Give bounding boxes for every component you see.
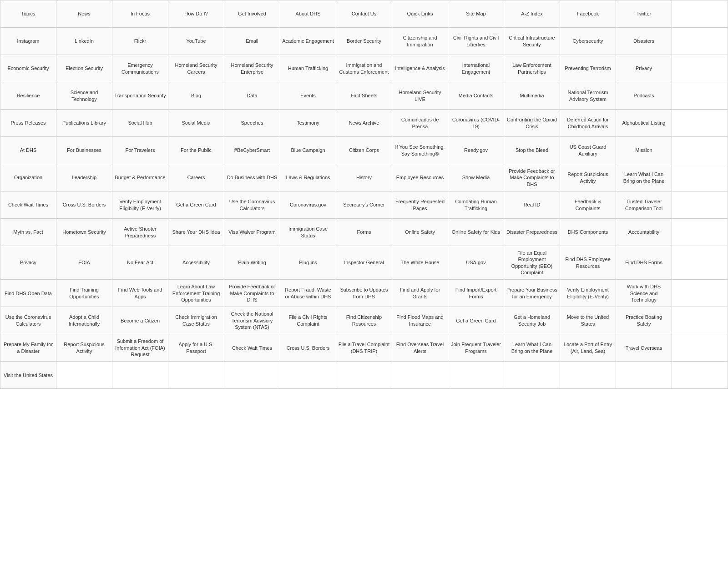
grid-cell[interactable]: Feedback & Complaints: [560, 191, 616, 219]
grid-cell[interactable]: Facebook: [560, 0, 616, 28]
grid-cell[interactable]: Testimony: [280, 110, 336, 137]
grid-cell[interactable]: Move to the United States: [560, 307, 616, 334]
grid-cell[interactable]: Find DHS Open Data: [0, 280, 56, 307]
grid-cell[interactable]: Use the Coronavirus Calculators: [224, 191, 280, 219]
grid-cell[interactable]: Comunicados de Prensa: [392, 110, 448, 137]
grid-cell[interactable]: Preventing Terrorism: [560, 55, 616, 82]
grid-cell[interactable]: Civil Rights and Civil Liberties: [448, 28, 504, 55]
grid-cell[interactable]: The White House: [392, 246, 448, 280]
grid-cell[interactable]: Get Involved: [224, 0, 280, 28]
grid-cell[interactable]: For Businesses: [56, 137, 112, 164]
grid-cell[interactable]: US Coast Guard Auxiliary: [560, 137, 616, 164]
grid-cell[interactable]: Intelligence & Analysis: [392, 55, 448, 82]
grid-cell[interactable]: Site Map: [448, 0, 504, 28]
grid-cell[interactable]: Topics: [0, 0, 56, 28]
grid-cell[interactable]: Fact Sheets: [336, 82, 392, 110]
grid-cell[interactable]: Prepare Your Business for an Emergency: [504, 280, 560, 307]
grid-cell[interactable]: Online Safety: [392, 219, 448, 246]
grid-cell[interactable]: Critical Infrastructure Security: [504, 28, 560, 55]
grid-cell[interactable]: Provide Feedback or Make Complaints to D…: [224, 280, 280, 307]
grid-cell[interactable]: Quick Links: [392, 0, 448, 28]
grid-cell[interactable]: Trusted Traveler Comparison Tool: [616, 191, 672, 219]
grid-cell[interactable]: Work with DHS Science and Technology: [616, 280, 672, 307]
grid-cell[interactable]: Data: [224, 82, 280, 110]
grid-cell[interactable]: Privacy: [0, 246, 56, 280]
grid-cell[interactable]: Learn What I Can Bring on the Plane: [616, 164, 672, 191]
grid-cell[interactable]: Cross U.S. Borders: [280, 334, 336, 362]
grid-cell[interactable]: Practice Boating Safety: [616, 307, 672, 334]
grid-cell[interactable]: Cross U.S. Borders: [56, 191, 112, 219]
grid-cell[interactable]: For the Public: [168, 137, 224, 164]
grid-cell[interactable]: Disaster Preparedness: [504, 219, 560, 246]
grid-cell[interactable]: Inspector General: [336, 246, 392, 280]
grid-cell[interactable]: Get a Homeland Security Job: [504, 307, 560, 334]
grid-cell[interactable]: Do Business with DHS: [224, 164, 280, 191]
grid-cell[interactable]: Find DHS Forms: [616, 246, 672, 280]
grid-cell[interactable]: At DHS: [0, 137, 56, 164]
grid-cell[interactable]: Secretary's Corner: [336, 191, 392, 219]
grid-cell[interactable]: Media Contacts: [448, 82, 504, 110]
grid-cell[interactable]: Find Citizenship Resources: [336, 307, 392, 334]
grid-cell[interactable]: History: [336, 164, 392, 191]
grid-cell[interactable]: How Do I?: [168, 0, 224, 28]
grid-cell[interactable]: Submit a Freedom of Information Act (FOI…: [112, 334, 168, 362]
grid-cell[interactable]: Emergency Communications: [112, 55, 168, 82]
grid-cell[interactable]: Find Web Tools and Apps: [112, 280, 168, 307]
grid-cell[interactable]: Human Trafficking: [280, 55, 336, 82]
grid-cell[interactable]: YouTube: [168, 28, 224, 55]
grid-cell[interactable]: Find and Apply for Grants: [392, 280, 448, 307]
grid-cell[interactable]: Email: [224, 28, 280, 55]
grid-cell[interactable]: News Archive: [336, 110, 392, 137]
grid-cell[interactable]: Find Import/Export Forms: [448, 280, 504, 307]
grid-cell[interactable]: Flickr: [112, 28, 168, 55]
grid-cell[interactable]: Border Security: [336, 28, 392, 55]
grid-cell[interactable]: Leadership: [56, 164, 112, 191]
grid-cell[interactable]: Citizenship and Immigration: [392, 28, 448, 55]
grid-cell[interactable]: Stop the Bleed: [504, 137, 560, 164]
grid-cell[interactable]: For Travelers: [112, 137, 168, 164]
grid-cell[interactable]: International Engagement: [448, 55, 504, 82]
grid-cell[interactable]: Verify Employment Eligibility (E-Verify): [112, 191, 168, 219]
grid-cell[interactable]: Check the National Terrorism Advisory Sy…: [224, 307, 280, 334]
grid-cell[interactable]: Economic Security: [0, 55, 56, 82]
grid-cell[interactable]: Become a Citizen: [112, 307, 168, 334]
grid-cell[interactable]: Immigration and Customs Enforcement: [336, 55, 392, 82]
grid-cell[interactable]: Press Releases: [0, 110, 56, 137]
grid-cell[interactable]: Real ID: [504, 191, 560, 219]
grid-cell[interactable]: Transportation Security: [112, 82, 168, 110]
grid-cell[interactable]: Check Immigration Case Status: [168, 307, 224, 334]
grid-cell[interactable]: Accessibility: [168, 246, 224, 280]
grid-cell[interactable]: Find Overseas Travel Alerts: [392, 334, 448, 362]
grid-cell[interactable]: Provide Feedback or Make Complaints to D…: [504, 164, 560, 191]
grid-cell[interactable]: Frequently Requested Pages: [392, 191, 448, 219]
grid-cell[interactable]: Share Your DHS Idea: [168, 219, 224, 246]
grid-cell[interactable]: Alphabetical Listing: [616, 110, 672, 137]
grid-cell[interactable]: Visa Waiver Program: [224, 219, 280, 246]
grid-cell[interactable]: Events: [280, 82, 336, 110]
grid-cell[interactable]: Resilience: [0, 82, 56, 110]
grid-cell[interactable]: FOIA: [56, 246, 112, 280]
grid-cell[interactable]: Report Suspicious Activity: [56, 334, 112, 362]
grid-cell[interactable]: News: [56, 0, 112, 28]
grid-cell[interactable]: Myth vs. Fact: [0, 219, 56, 246]
grid-cell[interactable]: Academic Engagement: [280, 28, 336, 55]
grid-cell[interactable]: Confronting the Opioid Crisis: [504, 110, 560, 137]
grid-cell[interactable]: Science and Technology: [56, 82, 112, 110]
grid-cell[interactable]: Publications Library: [56, 110, 112, 137]
grid-cell[interactable]: Coronavirus.gov: [280, 191, 336, 219]
grid-cell[interactable]: Blog: [168, 82, 224, 110]
grid-cell[interactable]: Hometown Security: [56, 219, 112, 246]
grid-cell[interactable]: National Terrorism Advisory System: [560, 82, 616, 110]
grid-cell[interactable]: A-Z Index: [504, 0, 560, 28]
grid-cell[interactable]: Online Safety for Kids: [448, 219, 504, 246]
grid-cell[interactable]: LinkedIn: [56, 28, 112, 55]
grid-cell[interactable]: Show Media: [448, 164, 504, 191]
grid-cell[interactable]: Blue Campaign: [280, 137, 336, 164]
grid-cell[interactable]: If You See Something, Say Something®: [392, 137, 448, 164]
grid-cell[interactable]: Find Flood Maps and Insurance: [392, 307, 448, 334]
grid-cell[interactable]: About DHS: [280, 0, 336, 28]
grid-cell[interactable]: Homeland Security Enterprise: [224, 55, 280, 82]
grid-cell[interactable]: Deferred Action for Childhood Arrivals: [560, 110, 616, 137]
grid-cell[interactable]: Multimedia: [504, 82, 560, 110]
grid-cell[interactable]: Speeches: [224, 110, 280, 137]
